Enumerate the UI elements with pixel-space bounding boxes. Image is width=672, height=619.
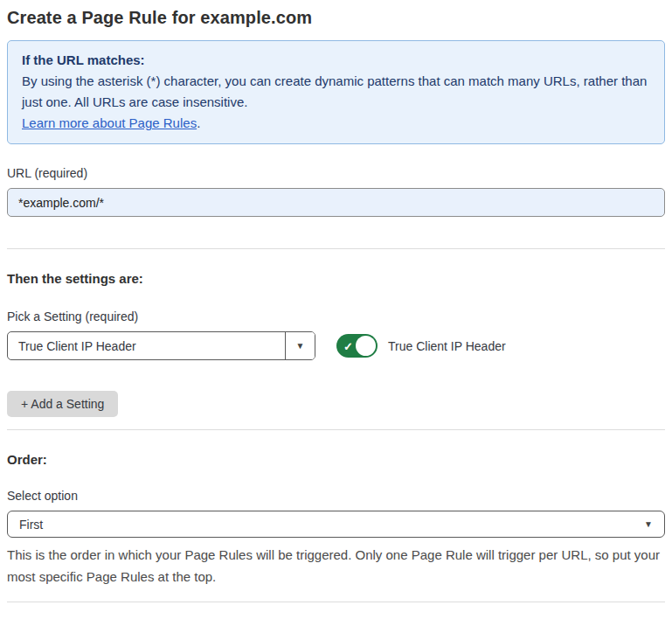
divider: [7, 429, 665, 430]
add-setting-button[interactable]: + Add a Setting: [7, 391, 118, 417]
page-title: Create a Page Rule for example.com: [7, 5, 665, 30]
check-icon: ✓: [343, 340, 353, 351]
setting-select-value: True Client IP Header: [8, 332, 285, 359]
url-match-info-box: If the URL matches: By using the asteris…: [7, 40, 665, 144]
info-box-body: By using the asterisk (*) character, you…: [22, 71, 650, 113]
divider: [7, 248, 665, 249]
order-help-text: This is the order in which your Page Rul…: [7, 544, 665, 588]
order-select-value: First: [19, 518, 644, 532]
divider: [7, 602, 665, 602]
create-page-rule-form: Create a Page Rule for example.com If th…: [0, 0, 672, 619]
order-select-label: Select option: [7, 488, 665, 504]
setting-toggle[interactable]: ✓: [336, 334, 378, 358]
url-input[interactable]: [7, 188, 665, 217]
url-field-label: URL (required): [7, 165, 665, 181]
chevron-down-icon[interactable]: ▼: [285, 332, 315, 359]
info-box-link-line: Learn more about Page Rules.: [22, 113, 650, 134]
setting-select[interactable]: True Client IP Header ▼: [7, 331, 315, 360]
info-box-heading: If the URL matches:: [22, 50, 650, 71]
chevron-down-icon: ▼: [644, 519, 653, 529]
toggle-knob: [356, 336, 376, 356]
order-section-heading: Order:: [7, 451, 665, 469]
settings-section-heading: Then the settings are:: [7, 270, 665, 288]
link-suffix: .: [197, 115, 200, 130]
setting-row: True Client IP Header ▼ ✓ True Client IP…: [7, 331, 665, 360]
pick-setting-label: Pick a Setting (required): [7, 309, 665, 324]
learn-more-link[interactable]: Learn more about Page Rules: [22, 115, 197, 130]
order-select[interactable]: First ▼: [7, 511, 665, 538]
toggle-label: True Client IP Header: [388, 339, 506, 353]
